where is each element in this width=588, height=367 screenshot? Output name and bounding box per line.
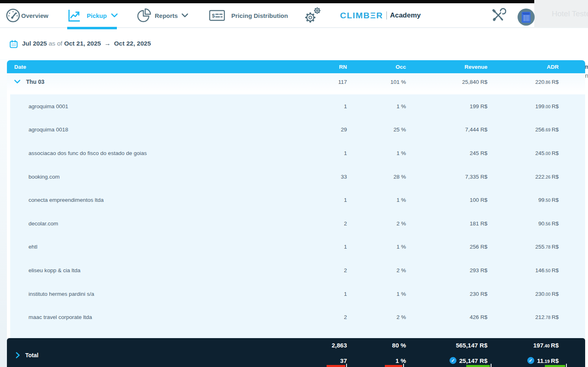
pickup-table: Date RN Occ Revenue ADR Thu 03 117 101 %…: [7, 60, 585, 367]
rn-pace-bar: [327, 364, 347, 367]
row-occ: 1 %: [333, 103, 406, 109]
occ-pace-bar: [385, 364, 404, 367]
check-icon: ✓: [527, 357, 534, 364]
table-row[interactable]: agroquima 0018 29 25 % 7,444 R$ 256.69R$: [10, 118, 585, 142]
to-date: Oct 22, 2025: [114, 40, 151, 47]
row-adr: 212.78R$: [485, 314, 559, 320]
building-icon: [522, 12, 531, 23]
row-adr: 90.56R$: [485, 220, 559, 226]
row-revenue: 426 R$: [414, 314, 487, 320]
row-revenue: 230 R$: [414, 291, 487, 297]
chevron-down-icon[interactable]: [181, 13, 189, 17]
row-name: eliseu kopp & cia ltda: [29, 267, 81, 273]
tools-icon[interactable]: [490, 7, 506, 24]
pickup-occ: 1 %: [333, 357, 406, 364]
climber-academy-logo: CLIMBΞR Academy: [340, 11, 421, 20]
hotel-name-label: Hotel Teste App: [552, 9, 588, 18]
row-adr: 256.69R$: [485, 127, 559, 133]
chevron-down-icon[interactable]: [14, 80, 21, 84]
as-of-label: as of: [49, 40, 63, 47]
top-navbar: Overview Pickup Reports $: [0, 3, 534, 28]
row-adr: 199.00R$: [485, 103, 559, 109]
table-row[interactable]: conecta empreendimentos ltda 1 1 % 100 R…: [10, 188, 585, 212]
table-row[interactable]: instituto hermes pardini s/a 1 1 % 230 R…: [10, 282, 585, 306]
gear-icon[interactable]: [301, 6, 323, 25]
row-occ: 1 %: [333, 197, 406, 203]
nav-item-reports[interactable]: Reports: [155, 12, 178, 19]
row-name: ehtl: [29, 244, 37, 250]
nav-item-pickup[interactable]: Pickup: [87, 12, 107, 19]
hotel-selector-panel[interactable]: Hotel Teste App: [534, 0, 588, 28]
group-adr: 220.86R$: [485, 79, 559, 85]
column-header-date[interactable]: Date: [14, 64, 26, 70]
table-row[interactable]: decolar.com 2 2 % 181 R$ 90.56R$: [10, 212, 585, 235]
nav-item-overview[interactable]: Overview: [21, 12, 48, 19]
row-adr: 255.78R$: [485, 244, 559, 250]
row-name: conecta empreendimentos ltda: [29, 197, 104, 203]
price-card-icon: $: [209, 9, 225, 22]
check-icon: ✓: [450, 357, 456, 364]
row-revenue: 181 R$: [414, 220, 487, 226]
table-row[interactable]: associacao dos func do fisco do estado d…: [10, 141, 585, 165]
row-revenue: 245 R$: [414, 150, 487, 156]
nav-item-pricing-distribution[interactable]: Pricing Distribution: [231, 12, 288, 19]
group-revenue: 25,840 R$: [414, 79, 487, 85]
chevron-down-icon[interactable]: [111, 13, 118, 17]
row-occ: 1 %: [333, 150, 406, 156]
total-adr: 197.40R$: [485, 342, 559, 349]
arrow-right-icon: →: [103, 40, 112, 47]
avatar[interactable]: [518, 9, 535, 26]
svg-text:$: $: [212, 13, 215, 19]
row-revenue: 7,444 R$: [414, 127, 487, 133]
pickup-page: Hotel Teste App Overview Pickup: [0, 0, 588, 367]
table-row[interactable]: agroquima 0001 1 1 % 199 R$ 199.00R$: [10, 94, 585, 118]
left-gutter: [0, 59, 7, 367]
table-row[interactable]: ehtl 1 1 % 256 R$ 255.78R$: [10, 235, 585, 259]
segment-rows-block: agroquima 0001 1 1 % 199 R$ 199.00R$ agr…: [10, 94, 585, 344]
row-revenue: 256 R$: [414, 244, 487, 250]
row-occ: 1 %: [333, 244, 406, 250]
row-occ: 2 %: [333, 220, 406, 226]
chevron-right-icon[interactable]: [15, 352, 20, 358]
pickup-adr: ✓ 11.19R$: [485, 357, 559, 364]
top-black-strip: [0, 0, 534, 3]
filter-bar: Jul 2025 as of Oct 21, 2025 → Oct 22, 20…: [0, 28, 588, 59]
row-name: agroquima 0018: [29, 127, 68, 133]
climber-logo-text: CLIMBΞR: [340, 11, 383, 20]
row-occ: 2 %: [333, 314, 406, 320]
row-name: maac travel corporate ltda: [29, 314, 92, 320]
row-adr: 146.50R$: [485, 267, 559, 273]
column-header-occ[interactable]: Occ: [333, 64, 406, 70]
row-revenue: 7,335 R$: [414, 173, 487, 179]
row-revenue: 293 R$: [414, 267, 487, 273]
active-tab-underline: [67, 27, 117, 29]
pickup-revenue: ✓ 25,147 R$: [414, 357, 487, 364]
row-adr: 222.26R$: [485, 173, 559, 179]
row-revenue: 100 R$: [414, 197, 487, 203]
line-chart-icon: [67, 8, 81, 23]
column-header-adr[interactable]: ADR: [485, 64, 559, 70]
calendar-icon[interactable]: [9, 40, 18, 48]
revenue-pace-bar: [466, 364, 492, 367]
group-row-thu-03[interactable]: Thu 03 117 101 % 25,840 R$ 220.86R$: [7, 73, 585, 90]
row-occ: 25 %: [333, 127, 406, 133]
column-header-revenue[interactable]: Revenue: [414, 64, 487, 70]
group-date-label: Thu 03: [26, 79, 44, 85]
logo-divider: [386, 11, 387, 20]
total-revenue: 565,147 R$: [414, 342, 487, 349]
table-header: Date RN Occ Revenue ADR: [7, 60, 585, 73]
row-occ: 2 %: [333, 267, 406, 273]
date-range-summary[interactable]: Jul 2025 as of Oct 21, 2025 → Oct 22, 20…: [22, 40, 151, 47]
period-label: Jul 2025: [22, 40, 47, 47]
row-name: decolar.com: [29, 220, 58, 226]
row-name: instituto hermes pardini s/a: [29, 291, 94, 297]
row-adr: 245.00R$: [485, 150, 559, 156]
total-label: Total: [25, 352, 38, 358]
total-summary-bar[interactable]: Total 2,863 80 % 565,147 R$ 197.40R$ 37 …: [7, 338, 585, 367]
row-name: agroquima 0001: [29, 103, 68, 109]
table-row[interactable]: maac travel corporate ltda 2 2 % 426 R$ …: [10, 305, 585, 329]
group-occ: 101 %: [333, 79, 406, 85]
row-name: booking.com: [29, 173, 60, 179]
table-row[interactable]: booking.com 33 28 % 7,335 R$ 222.26R$: [10, 165, 585, 188]
table-row[interactable]: eliseu kopp & cia ltda 2 2 % 293 R$ 146.…: [10, 258, 585, 282]
